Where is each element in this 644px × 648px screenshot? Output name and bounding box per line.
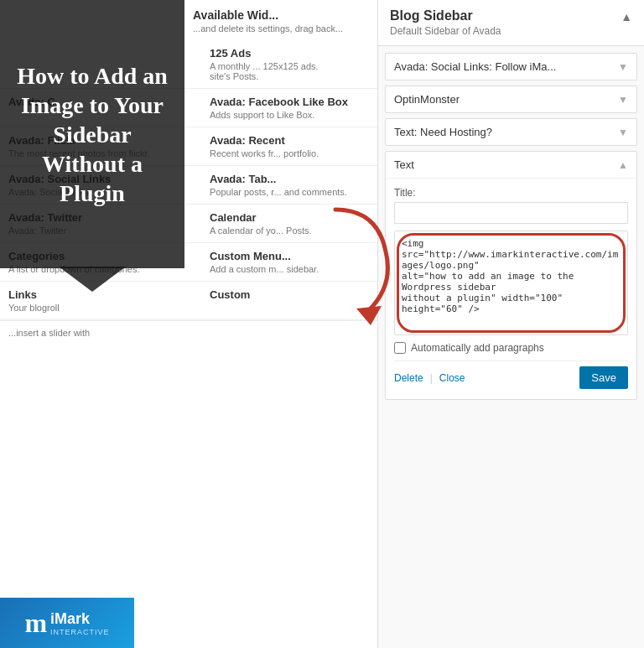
sidebar-collapse-button[interactable]: ▲ bbox=[621, 10, 632, 23]
logo-text: iMark INTERACTIVE bbox=[50, 610, 110, 636]
widget-label: OptinMonster bbox=[394, 93, 460, 106]
widget-item-custom: Custom bbox=[201, 282, 377, 320]
widget-label: Avada: Social Links: Follow iMa... bbox=[394, 60, 556, 73]
widget-content-textarea[interactable]: <img src="http://www.imarkinteractive.co… bbox=[395, 231, 627, 332]
text-widget-body: Title: <img src="http://www.imarkinterac… bbox=[386, 179, 636, 399]
sidebar-header: Blog Sidebar Default Sidebar of Avada ▲ bbox=[378, 0, 644, 46]
text-widget-expanded: Text ▲ Title: <img src="http://www.imark… bbox=[385, 151, 637, 400]
sidebar-widgets-list: Avada: Social Links: Follow iMa... ▼ Opt… bbox=[378, 46, 644, 648]
sidebar-info: Blog Sidebar Default Sidebar of Avada bbox=[390, 8, 501, 37]
widget-row-social-links[interactable]: Avada: Social Links: Follow iMa... ▼ bbox=[385, 53, 637, 80]
right-panel: Blog Sidebar Default Sidebar of Avada ▲ … bbox=[377, 0, 644, 648]
widget-row-needhosting[interactable]: Text: Need Hosting? ▼ bbox=[385, 118, 637, 146]
auto-paragraphs-row: Automatically add paragraphs bbox=[394, 335, 628, 357]
chevron-down-icon: ▼ bbox=[618, 127, 628, 138]
widget-footer: Delete | Close Save bbox=[394, 360, 628, 391]
sidebar-subtitle: Default Sidebar of Avada bbox=[390, 25, 501, 37]
left-panel: How to Add an Image to Your Sidebar With… bbox=[0, 0, 377, 648]
overlay-title: How to Add an Image to Your Sidebar With… bbox=[15, 61, 169, 208]
auto-paragraphs-checkbox[interactable] bbox=[394, 342, 406, 354]
widget-item-custommenu: Custom Menu... Add a custom m... sidebar… bbox=[201, 243, 377, 282]
title-overlay: How to Add an Image to Your Sidebar With… bbox=[0, 0, 184, 268]
auto-paragraphs-label: Automatically add paragraphs bbox=[411, 342, 544, 354]
chevron-down-icon: ▼ bbox=[618, 61, 628, 73]
text-widget-header[interactable]: Text ▲ bbox=[386, 152, 636, 179]
logo-m-icon: m bbox=[24, 608, 47, 639]
chevron-down-icon: ▼ bbox=[618, 94, 628, 106]
sidebar-title: Blog Sidebar bbox=[390, 8, 501, 23]
widget-item-125ads: 125 Ads A monthly ... 125x125 ads.site's… bbox=[201, 40, 377, 89]
title-field-label: Title: bbox=[394, 187, 628, 199]
widget-label: Text: Need Hosting? bbox=[394, 126, 492, 138]
widget-item-tab: Avada: Tab... Popular posts, r... and co… bbox=[201, 166, 377, 205]
widget-row-optinmonster[interactable]: OptinMonster ▼ bbox=[385, 86, 637, 113]
widget-title-input[interactable] bbox=[394, 202, 628, 224]
widget-item-recent: Avada: Recent Recent works fr... portfol… bbox=[201, 127, 377, 166]
close-link[interactable]: Close bbox=[439, 372, 465, 384]
widget-item-calendar: Calendar A calendar of yo... Posts. bbox=[201, 205, 377, 243]
save-button[interactable]: Save bbox=[579, 366, 628, 389]
logo: m iMark INTERACTIVE bbox=[0, 598, 134, 648]
text-widget-header-label: Text bbox=[394, 158, 414, 171]
footer-separator: | bbox=[430, 372, 433, 384]
available-widgets-title: Available Wid... bbox=[193, 8, 278, 22]
widget-item-avada-fblikebox: Avada: Facebook Like Box Adds support to… bbox=[201, 89, 377, 127]
delete-link[interactable]: Delete bbox=[394, 372, 423, 384]
chevron-up-icon: ▲ bbox=[618, 159, 628, 171]
code-textarea-wrapper: <img src="http://www.imarkinteractive.co… bbox=[394, 231, 628, 335]
logo-imark-label: iMark bbox=[50, 610, 110, 628]
logo-tagline: INTERACTIVE bbox=[50, 628, 110, 636]
